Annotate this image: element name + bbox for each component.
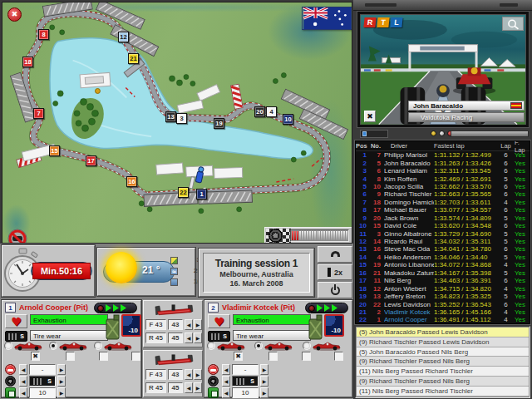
standings-row[interactable]: 1812Anton Wiebert1:34.715 / 1:34.8204Yes [356, 284, 530, 292]
standings-row[interactable]: 144Heiko Anderson1:34.046 / 1:34.405Yes [356, 254, 530, 261]
increase-button[interactable]: ▶ [194, 332, 202, 343]
strategy-checkbox[interactable] [302, 352, 311, 361]
car-setup-radio[interactable] [207, 342, 215, 350]
strategy-checkbox[interactable]: ✖ [31, 352, 40, 361]
gauge-tick [302, 231, 303, 240]
standings-row[interactable]: 48Kim Roffen1:32.469 / 1:32.6915Yes [356, 175, 530, 182]
gauge-tick [314, 231, 316, 240]
sector-marker-15: 15 [49, 145, 60, 156]
app-window: 812211871331920410151716221 ✖ [0, 0, 532, 399]
decrease-button[interactable]: ◀ [222, 376, 230, 387]
standings-row[interactable]: 1214Ricardo Raul1:34.032 / 1:35.3115Yes [356, 238, 530, 245]
standings-row[interactable]: 1621Makadoku Zatuma1:34.167 / 1:35.3985Y… [356, 269, 530, 277]
strategy-checkbox[interactable] [131, 352, 140, 361]
car-setup-options [207, 340, 350, 351]
car-setup-radio[interactable] [94, 342, 102, 350]
fuel-row: ◀ 10 ▶ [2, 387, 140, 398]
standings-row[interactable]: 1316Steve Mac Oda1:34.041 / 1:34.7806Yes [356, 245, 530, 253]
session-timer-panel: Min.50:16 [2, 245, 95, 297]
standings-row[interactable]: 69Richard Tischler1:32.663 / 1:35.5656Ye… [356, 190, 530, 198]
wing-settings-column: F 43 43 ◀ ▶ R 45 45 ◀ ▶ F 43 43 ◀ ▶ R 45… [143, 300, 203, 397]
car-setup-radio[interactable] [49, 342, 57, 350]
gauge-tick [294, 231, 296, 240]
decrease-button[interactable]: ◀ [185, 319, 193, 330]
standings-row[interactable]: 718Domingo Hamiclo1:32.703 / 1:33.6114Ye… [356, 199, 530, 206]
decrease-button[interactable]: ◀ [19, 364, 27, 375]
decrease-button[interactable]: ◀ [222, 364, 230, 375]
car-icon [264, 341, 293, 351]
gauge-tick [341, 231, 342, 240]
power-button[interactable] [318, 282, 352, 298]
increase-button[interactable]: ▶ [57, 364, 66, 375]
standings-row[interactable]: 221Arnold Cooper1:36.491 / 1:45.1124Yes [356, 316, 530, 323]
standings-row[interactable]: 1913Jeffery Breton1:34.823 / 1:35.3255Ye… [356, 293, 530, 300]
tv-close-button[interactable]: ✖ [364, 111, 376, 122]
track-map[interactable]: 812211871331920410151716221 ✖ [2, 2, 352, 244]
boost-gauge[interactable] [305, 303, 348, 313]
yellow-dot-button[interactable] [431, 131, 436, 136]
strategy-checkbox[interactable]: ✖ [234, 352, 243, 361]
strategy-checkbox[interactable] [334, 352, 343, 361]
sun-icon [106, 252, 137, 283]
sector-marker-18: 18 [22, 57, 33, 67]
fuel-icon[interactable] [5, 387, 16, 398]
tires-icon[interactable] [208, 376, 219, 387]
event-log[interactable]: (5) John Baracaldo Passed Lewis Davidson… [355, 326, 530, 398]
decrease-button[interactable]: ◀ [185, 382, 193, 393]
increase-button[interactable]: ▶ [260, 387, 268, 398]
standings-row[interactable]: 17Philipp Marisol1:31.132 / 1:32.4996Yes [356, 151, 530, 159]
decrease-button[interactable]: ◀ [185, 369, 193, 380]
standings-row[interactable]: 1519Antonio Libanone1:34.072 / 1:34.8684… [356, 261, 530, 268]
increase-button[interactable]: ▶ [57, 376, 66, 387]
strategy-checkbox[interactable] [66, 352, 75, 361]
increase-button[interactable]: ▶ [194, 369, 202, 380]
standings-row[interactable]: 1015David Cole1:33.620 / 1:34.5486Yes [356, 222, 530, 229]
stop-icon[interactable] [208, 364, 219, 375]
decrease-button[interactable]: ◀ [222, 387, 230, 398]
gray-dot-button[interactable] [439, 131, 445, 136]
slider-handle[interactable] [362, 131, 367, 136]
sector-marker-7: 7 [33, 108, 44, 119]
exhaustion-bar: Exhaustion [233, 314, 311, 325]
tires-icon[interactable] [5, 376, 16, 387]
tv-scrollbar[interactable] [451, 131, 529, 137]
increase-button[interactable]: ▶ [194, 382, 202, 393]
tv-volume-slider[interactable] [360, 130, 388, 138]
decrease-button[interactable]: ◀ [19, 387, 27, 398]
event-log-entry: (5) John Baracaldo Passed Nils Berg [357, 347, 529, 357]
car-setup-options [4, 340, 139, 351]
zoom-icon[interactable] [502, 17, 524, 31]
standings-row[interactable]: 25John Baracaldo1:31.263 / 1:33.4266Yes [356, 159, 530, 166]
standings-row[interactable]: 817Michael Bauer1:33.077 / 1:34.5576Yes [356, 206, 530, 214]
increase-button[interactable]: ▶ [194, 319, 202, 330]
front-wing-label: F 43 [145, 369, 166, 380]
speed-button[interactable]: 2x [318, 264, 352, 281]
decrease-button[interactable]: ◀ [19, 376, 27, 387]
fuel-value: 10 [232, 387, 259, 398]
stop-icon[interactable] [5, 364, 16, 375]
audio-button[interactable] [318, 246, 352, 263]
strategy-checkbox[interactable] [99, 352, 108, 361]
boost-gauge[interactable] [94, 303, 137, 313]
standings-row[interactable]: 212Vladimir Kotcek1:36.165 / 1:45.1664Ye… [356, 308, 530, 316]
driver-panel-2: 2 Vladimir Kotcek (Pit) ♥ Exhaustion S T… [204, 300, 352, 397]
standings-row[interactable]: 510Jacopo Scilla1:32.662 / 1:33.5706Yes [356, 183, 530, 190]
standings-row[interactable]: 1711Nils Berg1:34.463 / 1:36.3916Yes [356, 277, 530, 284]
car-setup-radio[interactable] [303, 342, 311, 350]
event-log-entry: (9) Richard Tischler Passed Nils Berg [357, 377, 529, 387]
fuel-icon[interactable] [208, 387, 219, 398]
increase-button[interactable]: ▶ [260, 376, 268, 387]
close-icon[interactable]: ✖ [7, 7, 22, 22]
standings-row[interactable]: 113Ginno Albatrone1:33.729 / 1:34.6905Ye… [356, 229, 530, 237]
increase-button[interactable]: ▶ [260, 364, 268, 375]
car-setup-radio[interactable] [4, 342, 12, 350]
tv-window[interactable]: 6 R T L John Baracaldo 2 Valdutoka Racin… [357, 12, 529, 127]
decrease-button[interactable]: ◀ [185, 332, 193, 343]
increase-button[interactable]: ▶ [57, 387, 66, 398]
boost-knob [308, 305, 315, 312]
car-setup-radio[interactable] [254, 342, 263, 350]
standings-row[interactable]: 920Jack Brown1:33.574 / 1:34.8095Yes [356, 214, 530, 222]
standings-row[interactable]: 2022Lewis Davidson1:35.252 / 1:36.5436Ye… [356, 300, 530, 308]
standings-row[interactable]: 36Lenard Hallam1:32.311 / 1:33.5456Yes [356, 167, 530, 175]
strategy-checkbox[interactable] [268, 352, 278, 361]
